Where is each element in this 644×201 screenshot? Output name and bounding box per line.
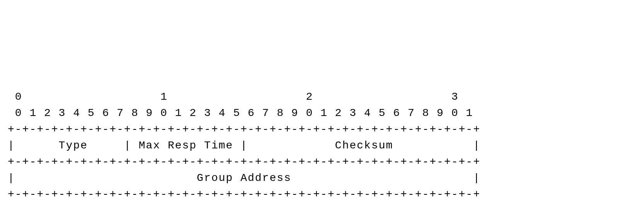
border-top: +-+-+-+-+-+-+-+-+-+-+-+-+-+-+-+-+-+-+-+-… (8, 123, 480, 135)
border-mid-1: +-+-+-+-+-+-+-+-+-+-+-+-+-+-+-+-+-+-+-+-… (8, 156, 480, 168)
bit-ruler-tens: 0 1 2 3 (8, 91, 459, 103)
packet-diagram: 0 1 2 3 0 1 2 3 4 5 6 7 8 9 0 1 2 3 4 5 … (8, 73, 480, 201)
border-mid-2: +-+-+-+-+-+-+-+-+-+-+-+-+-+-+-+-+-+-+-+-… (8, 188, 480, 200)
row-group-address: | Group Address | (8, 172, 480, 184)
bit-ruler-units: 0 1 2 3 4 5 6 7 8 9 0 1 2 3 4 5 6 7 8 9 … (8, 107, 473, 119)
row-type-maxresp-checksum: | Type | Max Resp Time | Checksum | (8, 140, 480, 152)
